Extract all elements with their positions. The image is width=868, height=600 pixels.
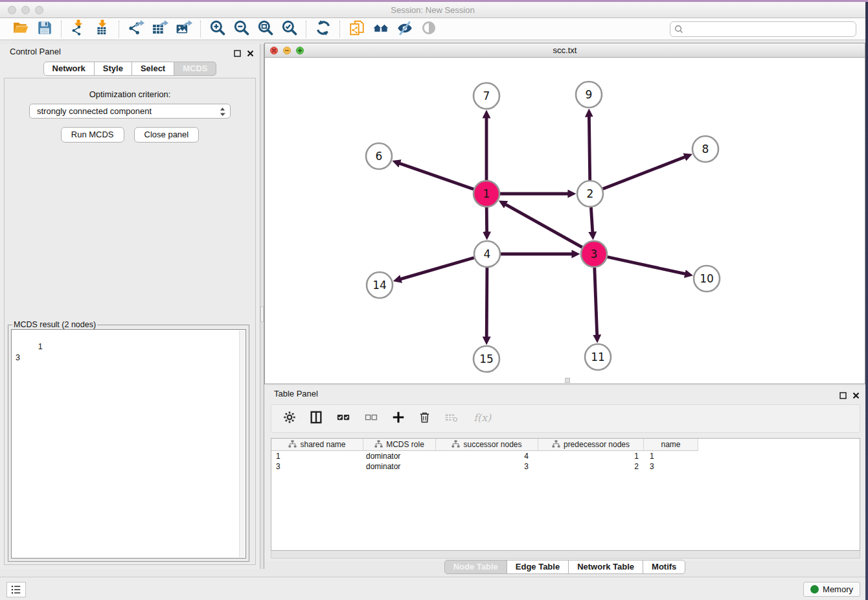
close-panel-button[interactable]: Close panel xyxy=(134,127,200,143)
run-mcds-button[interactable]: Run MCDS xyxy=(61,127,124,143)
status-bar: Memory xyxy=(0,577,868,600)
cell-predecessor-nodes[interactable]: 2 xyxy=(538,462,644,471)
column-header-name[interactable]: name xyxy=(644,439,698,451)
network-close-button[interactable] xyxy=(270,47,278,54)
node-label-4: 4 xyxy=(484,248,491,260)
column-header-predecessor-nodes[interactable]: predecessor nodes xyxy=(538,439,644,451)
refresh-button[interactable] xyxy=(314,19,332,38)
tab-select[interactable]: Select xyxy=(131,62,174,76)
add-row-icon xyxy=(391,410,405,427)
zoom-fit-icon xyxy=(257,19,274,39)
cell-successor-nodes[interactable]: 3 xyxy=(436,462,538,471)
export-image-icon xyxy=(176,19,192,39)
select-all-button[interactable] xyxy=(336,410,351,427)
cell-mcds-role[interactable]: dominator xyxy=(363,452,436,461)
export-network-button[interactable] xyxy=(126,19,145,38)
edge-2-8[interactable] xyxy=(603,157,685,189)
edge-3-1[interactable] xyxy=(506,205,582,248)
window-titlebar[interactable]: Session: New Session xyxy=(0,2,865,18)
open-session-icon xyxy=(12,19,29,39)
import-network-icon xyxy=(70,19,87,39)
table-footer xyxy=(271,551,860,559)
edge-1-6[interactable] xyxy=(400,163,474,189)
tab-network-table[interactable]: Network Table xyxy=(568,560,643,574)
control-panel-title: Control Panel xyxy=(10,47,61,56)
copy-network-button[interactable] xyxy=(347,19,366,38)
column-header-successor-nodes[interactable]: successor nodes xyxy=(436,439,538,451)
search-box xyxy=(670,21,856,37)
hierarchy-icon xyxy=(451,440,460,450)
add-row-button[interactable] xyxy=(391,410,405,427)
tab-mcds[interactable]: MCDS xyxy=(174,62,216,76)
application-window: Session: New Session Control Panel Netwo… xyxy=(0,0,868,600)
import-table-button[interactable] xyxy=(93,19,111,38)
column-header-mcds-role[interactable]: MCDS role xyxy=(363,439,436,451)
export-table-button[interactable] xyxy=(150,19,169,38)
cell-predecessor-nodes[interactable]: 1 xyxy=(538,452,644,461)
task-history-button[interactable] xyxy=(6,582,26,597)
network-window-titlebar[interactable]: scc.txt xyxy=(265,43,865,58)
network-minimize-button[interactable] xyxy=(283,47,291,54)
column-header-shared-name[interactable]: shared name xyxy=(271,439,363,451)
canvas-splitter-handle[interactable] xyxy=(565,378,570,383)
splitter-handle[interactable] xyxy=(260,306,264,322)
graph[interactable]: 7968124314101511 xyxy=(265,58,865,384)
search-input[interactable] xyxy=(670,21,856,37)
cell-shared-name[interactable]: 1 xyxy=(271,452,363,461)
tab-motifs[interactable]: Motifs xyxy=(643,560,685,574)
table-row[interactable]: 3dominator323 xyxy=(271,461,860,472)
float-panel-icon[interactable] xyxy=(234,48,241,60)
edge-2-9[interactable] xyxy=(589,117,589,180)
close-panel-icon[interactable] xyxy=(247,48,254,60)
deselect-all-button[interactable] xyxy=(363,410,379,427)
network-maximize-button[interactable] xyxy=(296,47,304,54)
save-session-button[interactable] xyxy=(35,19,54,38)
edge-3-10[interactable] xyxy=(608,257,685,274)
zoom-selected-button[interactable] xyxy=(280,19,299,38)
table-row[interactable]: 1dominator411 xyxy=(271,451,860,461)
mcds-result-text: 1 3 xyxy=(11,329,246,559)
cell-shared-name[interactable]: 3 xyxy=(271,462,363,471)
columns-button[interactable] xyxy=(309,410,323,427)
zoom-out-icon xyxy=(233,19,250,39)
close-table-panel-icon[interactable] xyxy=(852,390,860,402)
nested-networks-button[interactable] xyxy=(371,19,390,38)
copy-network-icon xyxy=(348,19,365,39)
cell-successor-nodes[interactable]: 4 xyxy=(436,452,538,461)
tab-network[interactable]: Network xyxy=(43,62,95,76)
settings-button[interactable] xyxy=(282,410,297,427)
zoom-out-button[interactable] xyxy=(232,19,251,38)
hierarchy-icon xyxy=(288,440,297,450)
cell-mcds-role[interactable]: dominator xyxy=(363,462,436,471)
edge-3-11[interactable] xyxy=(595,268,597,335)
edge-2-3[interactable] xyxy=(591,207,592,232)
tab-style[interactable]: Style xyxy=(94,62,132,76)
svg-text:f(x): f(x) xyxy=(474,412,492,424)
open-session-button[interactable] xyxy=(11,19,30,38)
node-label-8: 8 xyxy=(702,143,709,156)
cell-name[interactable]: 3 xyxy=(644,462,698,471)
network-title: scc.txt xyxy=(265,43,865,57)
function-builder-disabled-button: f(x) xyxy=(472,410,495,427)
column-label: shared name xyxy=(300,440,345,449)
zoom-in-button[interactable] xyxy=(208,19,227,38)
column-label: MCDS role xyxy=(386,440,424,449)
tab-edge-table[interactable]: Edge Table xyxy=(507,560,569,574)
edge-4-15[interactable] xyxy=(486,268,487,337)
zoom-fit-button[interactable] xyxy=(256,19,275,38)
import-network-button[interactable] xyxy=(69,19,87,38)
export-image-button[interactable] xyxy=(174,19,193,38)
panel-splitter[interactable] xyxy=(260,44,264,569)
memory-button[interactable]: Memory xyxy=(803,582,860,597)
float-table-panel-icon[interactable] xyxy=(839,390,847,402)
criterion-select[interactable]: strongly connected component xyxy=(29,104,231,119)
hide-selected-button[interactable] xyxy=(395,19,414,38)
network-canvas[interactable]: 7968124314101511 xyxy=(265,58,865,384)
cell-name[interactable]: 1 xyxy=(644,452,698,461)
node-label-9: 9 xyxy=(586,88,593,101)
edge-4-14[interactable] xyxy=(401,258,474,279)
tab-node-table[interactable]: Node Table xyxy=(444,560,507,574)
delete-row-button[interactable] xyxy=(418,410,431,427)
result-scrollbar[interactable] xyxy=(239,330,245,557)
memory-status-icon xyxy=(810,585,819,594)
